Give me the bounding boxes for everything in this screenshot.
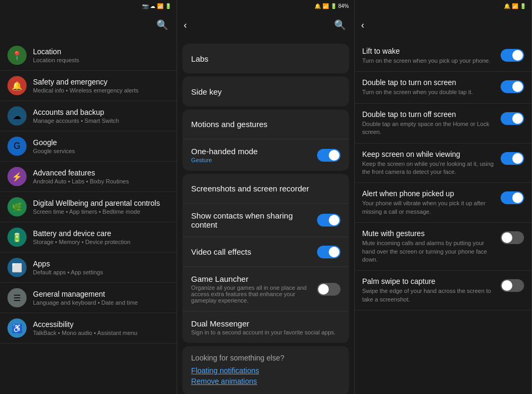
looking-link-0[interactable]: Floating notifications [191,366,340,375]
settings-item-apps[interactable]: ⬜ Apps Default apps • App settings [0,253,177,283]
status-icons-2: 🔔 📶 🔋 84% [314,3,349,9]
double-tap-on-title: Double tap to turn on screen [362,78,496,87]
dual-messenger-subtitle: Sign in to a second account in your favo… [191,329,340,336]
motions-item-palm-swipe[interactable]: Palm swipe to capture Swipe the edge of … [355,271,531,311]
advanced-back-button[interactable]: ‹ [184,20,187,31]
status-bar-2: 🔔 📶 🔋 84% [177,0,354,12]
advanced-title: Advanced features [33,169,169,177]
keep-screen-toggle[interactable] [501,152,524,165]
game-launcher-toggle[interactable] [317,283,340,296]
double-tap-off-title: Double tap to turn off screen [362,110,496,119]
palm-swipe-title: Palm swipe to capture [362,277,496,286]
looking-section: Looking for something else? Floating not… [182,346,348,394]
lift-to-wake-toggle[interactable] [501,49,524,62]
motions-back-button[interactable]: ‹ [361,20,364,31]
google-icon: G [7,137,27,156]
alert-pickup-subtitle: Your phone will vibrate when you pick it… [362,199,496,216]
wellbeing-icon: 🌿 [7,197,27,216]
alert-pickup-title: Alert when phone picked up [362,189,496,198]
one-handed-toggle[interactable] [317,149,340,162]
motions-item-keep-screen[interactable]: Keep screen on while viewing Keep the sc… [355,144,531,183]
accessibility-subtitle: TalkBack • Mono audio • Assistant menu [33,330,169,336]
show-contacts-toggle[interactable] [317,214,340,227]
motions-title: Motions and gestures [191,120,340,129]
mute-gestures-subtitle: Mute incoming calls and alarms by puttin… [362,239,496,264]
settings-list: 📍 Location Location requests 🔔 Safety an… [0,38,177,394]
location-title: Location [33,47,169,56]
advanced-section-1: Side key [182,77,348,106]
keep-screen-subtitle: Keep the screen on while you're looking … [362,160,496,177]
settings-item-wellbeing[interactable]: 🌿 Digital Wellbeing and parental control… [0,192,177,222]
settings-item-general[interactable]: ☰ General management Language and keyboa… [0,283,177,313]
advanced-item-screenshots[interactable]: Screenshots and screen recorder [182,174,348,204]
apps-icon: ⬜ [7,258,27,277]
alert-pickup-toggle[interactable] [501,191,524,204]
wellbeing-title: Digital Wellbeing and parental controls [33,199,169,207]
double-tap-on-toggle[interactable] [501,80,524,93]
settings-item-accounts[interactable]: ☁ Accounts and backup Manage accounts • … [0,101,177,131]
google-title: Google [33,138,169,147]
settings-item-accessibility[interactable]: ♿ Accessibility TalkBack • Mono audio • … [0,313,177,343]
general-icon: ☰ [7,288,27,307]
settings-item-safety[interactable]: 🔔 Safety and emergency Medical info • Wi… [0,71,177,101]
panel-settings: 📷 ☁ 📶 🔋 🔍 📍 Location Location requests 🔔… [0,0,177,394]
advanced-item-dual-messenger[interactable]: Dual Messenger Sign in to a second accou… [182,312,348,343]
advanced-header: ‹ 🔍 [177,12,354,38]
advanced-item-motions[interactable]: Motions and gestures [182,110,348,139]
motions-item-double-tap-off[interactable]: Double tap to turn off screen Double tap… [355,104,531,144]
motions-item-mute-gestures[interactable]: Mute with gestures Mute incoming calls a… [355,223,531,271]
advanced-search-icon[interactable]: 🔍 [332,17,348,33]
one-handed-subtitle: Gesture [191,157,317,163]
mute-gestures-toggle[interactable] [501,231,524,244]
general-title: General management [33,290,169,298]
advanced-item-one-handed[interactable]: One-handed mode Gesture [182,139,348,171]
palm-swipe-subtitle: Swipe the edge of your hand across the s… [362,287,496,304]
settings-item-battery[interactable]: 🔋 Battery and device care Storage • Memo… [0,222,177,253]
google-subtitle: Google services [33,148,169,154]
advanced-section-2: Motions and gestures One-handed mode Ges… [182,110,348,171]
lift-to-wake-subtitle: Turn on the screen when you pick up your… [362,57,496,65]
video-call-toggle[interactable] [317,246,340,258]
palm-swipe-toggle[interactable] [501,279,524,292]
battery-icon: 🔋 [7,228,27,247]
accessibility-icon: ♿ [7,318,27,338]
double-tap-off-toggle[interactable] [501,112,524,125]
safety-subtitle: Medical info • Wireless emergency alerts [33,87,169,94]
looking-link-1[interactable]: Remove animations [191,377,340,385]
location-icon: 📍 [7,46,27,65]
status-bar-1: 📷 ☁ 📶 🔋 [0,0,177,12]
motions-item-double-tap-on[interactable]: Double tap to turn on screen Turn on the… [355,72,531,103]
panel-motions: 🔔 📶 🔋 ‹ Lift to wake Turn on the screen … [355,0,532,394]
general-subtitle: Language and keyboard • Date and time [33,299,169,306]
advanced-item-game-launcher[interactable]: Game Launcher Organize all your games al… [182,267,348,312]
safety-icon: 🔔 [7,76,27,95]
motions-item-alert-pickup[interactable]: Alert when phone picked up Your phone wi… [355,183,531,223]
settings-item-location[interactable]: 📍 Location Location requests [0,40,177,71]
status-icons-3: 🔔 📶 🔋 [504,3,526,9]
location-subtitle: Location requests [33,57,169,63]
advanced-subtitle: Android Auto • Labs • Bixby Routines [33,178,169,185]
settings-item-advanced[interactable]: ⚡ Advanced features Android Auto • Labs … [0,162,177,192]
settings-item-google[interactable]: G Google Google services [0,131,177,162]
labs-title: Labs [191,54,340,63]
game-launcher-subtitle: Organize all your games all in one place… [191,284,317,304]
accounts-icon: ☁ [7,106,27,125]
apps-subtitle: Default apps • App settings [33,269,169,275]
one-handed-title: One-handed mode [191,147,317,156]
settings-search-icon[interactable]: 🔍 [154,17,170,33]
advanced-item-video-call[interactable]: Video call effects [182,237,348,267]
advanced-section-3: Screenshots and screen recorder Show con… [182,174,348,343]
video-call-title: Video call effects [191,247,317,256]
advanced-item-labs[interactable]: Labs [182,44,348,73]
battery-subtitle: Storage • Memory • Device protection [33,239,169,245]
status-icons-1: 📷 ☁ 📶 🔋 [142,3,171,9]
advanced-item-side-key[interactable]: Side key [182,77,348,106]
accessibility-title: Accessibility [33,320,169,329]
game-launcher-title: Game Launcher [191,274,317,283]
advanced-item-show-contacts[interactable]: Show contacts when sharing content [182,204,348,237]
side-key-title: Side key [191,87,340,96]
apps-title: Apps [33,259,169,268]
settings-header: 🔍 [0,12,177,38]
motions-item-lift-to-wake[interactable]: Lift to wake Turn on the screen when you… [355,40,531,72]
advanced-list: Labs Side key Motions and gestures One-h… [177,38,354,394]
